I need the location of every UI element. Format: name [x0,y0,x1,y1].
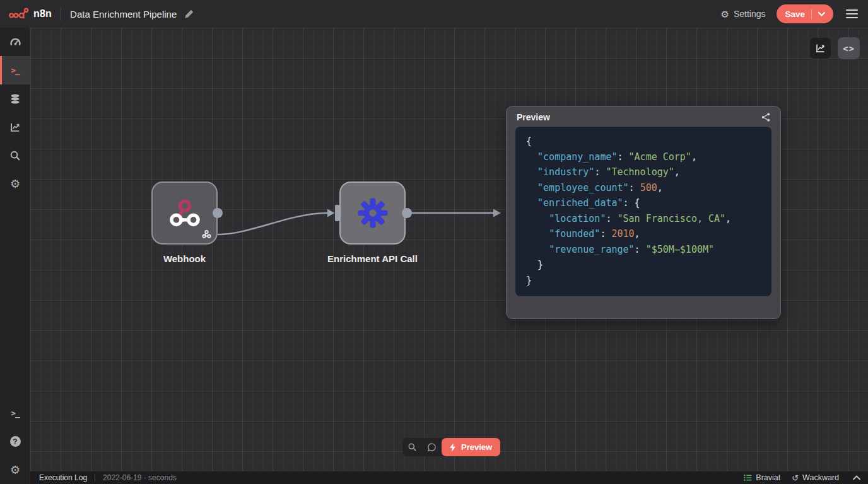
sidebar-item-search[interactable] [0,141,30,170]
chart-line-icon [9,122,21,133]
workflow-title: Data Enrichment Pipeline [70,9,177,20]
collapse-panel-button[interactable] [853,475,860,480]
chart-line-icon [815,43,826,54]
sidebar-item-help[interactable]: ? [0,427,30,456]
edit-title-button[interactable] [184,9,194,19]
run-preview-button[interactable]: Preview [442,438,500,456]
chat-bubble-icon [427,442,437,452]
preview-panel: Preview { "company_name": "Acme Corp", "… [506,106,781,319]
sidebar-item-terminal[interactable]: >_ [0,56,30,84]
save-dropdown-button[interactable] [818,12,825,16]
share-icon [761,112,771,122]
database-icon [9,93,21,105]
list-icon [744,474,752,481]
status-bar: Execution Log 2022-06-19 · seconds Bravi… [30,471,868,484]
webhook-icon [168,197,201,229]
sidebar-item-console[interactable]: >_ [0,399,30,427]
executions-chart-button[interactable] [810,38,831,59]
node-webhook[interactable]: Webhook [151,182,218,245]
share-button[interactable] [761,112,771,122]
webhook-output-handle[interactable] [213,208,223,218]
statusbar-divider [95,474,95,481]
connection-arrow [493,209,501,217]
pencil-icon [184,9,194,19]
execution-timestamp: 2022-06-19 · seconds [103,473,177,482]
gear-icon: ⚙ [720,9,729,19]
save-label: Save [785,9,805,19]
braviat-label: Braviat [756,473,780,482]
brand: n8n [9,7,52,21]
sidebar-spacer [0,198,30,399]
top-bar: n8n Data Enrichment Pipeline ⚙ Settings … [0,0,868,28]
gear-icon [358,198,388,228]
run-preview-label: Preview [461,442,492,452]
chevron-down-icon [818,12,825,16]
node-label: Webhook [163,253,206,264]
brand-name: n8n [33,8,52,20]
n8n-logo-icon [9,7,29,21]
braviat-button[interactable]: Braviat [744,473,780,482]
zoom-search-button[interactable] [402,438,422,456]
help-icon: ? [10,436,21,447]
menu-button[interactable] [845,7,859,21]
sidebar: >_ ⚙ >_ ? ⚙ [0,28,30,484]
settings-label: Settings [734,9,766,19]
execution-log-toggle[interactable]: Execution Log [39,473,87,482]
node-label: Enrichment API Call [327,253,418,264]
enrichment-input-handle[interactable] [335,205,339,221]
sidebar-item-preferences[interactable]: ⚙ [0,456,30,484]
webhook-badge-icon [202,229,211,239]
code-icon: <> [843,43,855,54]
hamburger-icon [846,9,858,11]
history-icon: ↺ [792,474,799,482]
terminal-icon: >_ [11,66,20,75]
sidebar-item-dashboard[interactable] [0,28,30,56]
save-separator [811,9,812,19]
sidebar-item-settings[interactable]: ⚙ [0,170,30,198]
code-view-toggle-button[interactable]: <> [838,37,860,59]
sidebar-item-database[interactable] [0,84,30,113]
workflow-canvas[interactable]: Webhook Enrichment API Call Preview [30,28,868,471]
gear-icon: ⚙ [10,464,20,476]
settings-button[interactable]: ⚙ Settings [720,9,765,19]
gauge-icon [9,36,21,48]
topbar-divider [61,7,61,21]
search-icon [408,442,417,452]
terminal-icon: >_ [11,408,20,418]
chevron-up-icon [853,475,860,480]
lightning-bolt-icon [450,443,456,452]
chat-button[interactable] [422,438,442,456]
connection-arrow [327,209,335,217]
json-code: { "company_name": "Acme Corp", "industry… [515,127,771,296]
sidebar-item-analytics[interactable] [0,113,30,141]
wackward-button[interactable]: ↺ Wackward [792,473,839,482]
enrichment-output-handle[interactable] [402,208,412,218]
save-button[interactable]: Save [777,4,833,23]
preview-panel-title: Preview [517,112,550,122]
node-enrichment-api-call[interactable]: Enrichment API Call [339,182,406,245]
wackward-label: Wackward [802,473,839,482]
gear-icon: ⚙ [10,178,20,190]
canvas-control-bar: Preview [402,438,500,456]
search-icon [9,150,21,161]
